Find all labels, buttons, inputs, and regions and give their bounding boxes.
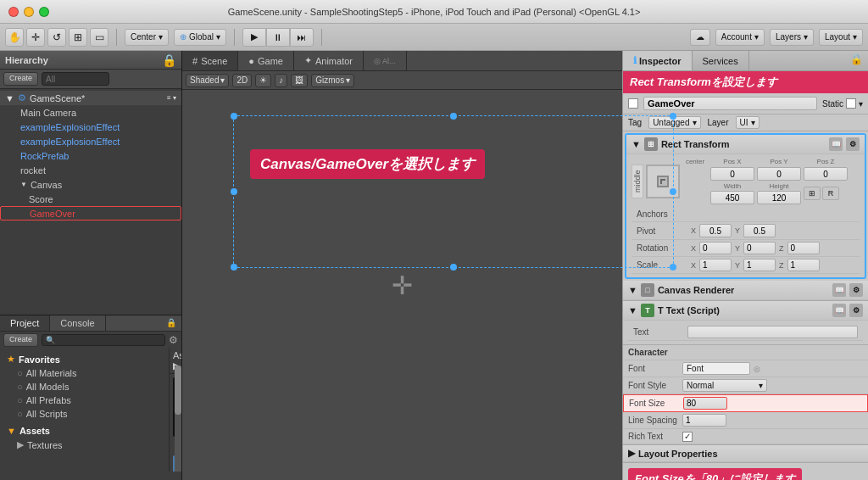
inspector-lock-icon[interactable]: 🔒 (845, 51, 868, 70)
step-button[interactable]: ⏭ (290, 28, 314, 47)
tab-extra[interactable]: ◎ Al... (364, 51, 407, 70)
rect-settings-icon[interactable]: ⚙ (846, 137, 860, 151)
text-settings-icon[interactable]: ⚙ (849, 304, 863, 317)
tab-scene[interactable]: # Scene (182, 51, 238, 70)
gameobject-name-field[interactable] (643, 97, 817, 110)
anchor-selector[interactable] (646, 165, 680, 198)
hierarchy-explosion-1[interactable]: exampleExplosionEffect (0, 120, 181, 134)
layer-dropdown[interactable]: UI ▾ (736, 116, 760, 129)
favorites-folder[interactable]: ★ Favorites (3, 352, 165, 366)
all-models-item[interactable]: ○ All Models (3, 380, 165, 393)
pos-x-field[interactable] (710, 167, 754, 181)
rich-text-checkbox[interactable]: ✓ (682, 432, 693, 442)
hand-tool-button[interactable]: ✋ (5, 28, 24, 47)
rect-transform-header[interactable]: ▼ ⊞ Rect Transform 📖 ⚙ (626, 135, 865, 154)
2d-button[interactable]: 2D (232, 74, 252, 87)
all-prefabs-item[interactable]: ○ All Prefabs (3, 393, 165, 407)
all-scripts-item[interactable]: ○ All Scripts (3, 407, 165, 421)
scale-z-field[interactable] (787, 259, 820, 271)
width-field[interactable] (710, 191, 754, 204)
handle-left[interactable] (231, 188, 237, 195)
all-materials-item[interactable]: ○ All Materials (3, 366, 165, 380)
text-value-field[interactable] (687, 326, 858, 338)
global-dropdown[interactable]: ⊕ Global ▾ (174, 29, 226, 46)
scale-x-field[interactable] (699, 259, 732, 271)
textures-folder[interactable]: ▶ Textures (3, 438, 165, 452)
static-checkbox[interactable] (846, 98, 856, 109)
text-script-header[interactable]: ▼ T T Text (Script) 📖 ⚙ (623, 301, 868, 321)
inspector-scroll[interactable]: Static ▾ Tag Untagged ▾ Layer UI ▾ (623, 93, 868, 480)
play-button[interactable]: ▶ (242, 28, 266, 47)
gameobject-active-checkbox[interactable] (628, 98, 638, 109)
canvas-renderer-header[interactable]: ▼ □ Canvas Renderer 📖 ⚙ (623, 281, 868, 300)
assets-scrollbar[interactable] (175, 366, 181, 472)
hierarchy-gameover[interactable]: GameOver (0, 206, 181, 220)
canvas-settings-icon[interactable]: ⚙ (849, 283, 863, 297)
tab-animator[interactable]: ✦ Animator (294, 51, 364, 70)
font-circle-icon[interactable]: ◎ (754, 365, 760, 373)
gizmos-dropdown[interactable]: Gizmos ▾ (311, 74, 354, 87)
static-arrow[interactable]: ▾ (859, 99, 863, 109)
canvas-book-icon[interactable]: 📖 (832, 283, 846, 297)
window-controls[interactable] (8, 7, 49, 17)
pivot-y-field[interactable] (743, 224, 776, 237)
tab-console[interactable]: Console (50, 315, 105, 331)
constrain-button[interactable]: ⊞ (804, 187, 821, 200)
hierarchy-explosion-2[interactable]: exampleExplosionEffect (0, 134, 181, 148)
text-book-icon[interactable]: 📖 (832, 304, 846, 317)
maximize-button[interactable] (39, 7, 49, 17)
tab-services[interactable]: Services (693, 51, 749, 70)
hierarchy-search-input[interactable] (42, 72, 109, 86)
tab-inspector[interactable]: ℹ Inspector (623, 51, 693, 70)
assets-folder[interactable]: ▼ Assets (3, 424, 165, 438)
pivot-x-field[interactable] (699, 224, 732, 237)
layers-dropdown[interactable]: Layers ▾ (770, 29, 814, 46)
center-dropdown[interactable]: Center ▾ (125, 29, 169, 46)
font-style-dropdown[interactable]: Normal ▾ (682, 379, 767, 392)
layout-properties-header[interactable]: ▶ Layout Properties (623, 445, 868, 462)
tag-dropdown[interactable]: Untagged ▾ (648, 116, 700, 129)
handle-top[interactable] (450, 113, 457, 120)
height-field[interactable] (757, 191, 801, 204)
handle-bottom[interactable] (450, 264, 457, 271)
pos-z-field[interactable] (804, 167, 848, 181)
hierarchy-main-camera[interactable]: Main Camera (0, 105, 181, 120)
reset-button[interactable]: R (822, 187, 839, 200)
rect-tool-button[interactable]: ▭ (90, 28, 108, 47)
rect-book-icon[interactable]: 📖 (829, 137, 843, 151)
layout-dropdown[interactable]: Layout ▾ (819, 29, 863, 46)
handle-bl[interactable] (231, 264, 237, 271)
pause-button[interactable]: ⏸ (266, 28, 290, 47)
scale-tool-button[interactable]: ⊞ (69, 28, 87, 47)
rot-z-field[interactable] (787, 242, 820, 254)
project-lock-icon[interactable]: 🔒 (161, 315, 181, 331)
scene-view[interactable]: ✛ Canvas/GameOverを選択します (182, 90, 622, 480)
hierarchy-canvas[interactable]: ▼ Canvas (0, 177, 181, 192)
image-effect-button[interactable]: 🖼 (291, 74, 308, 87)
hierarchy-rocket[interactable]: rocket (0, 163, 181, 177)
shaded-dropdown[interactable]: Shaded ▾ (186, 74, 229, 87)
handle-tl[interactable] (231, 113, 237, 120)
rot-y-field[interactable] (743, 242, 776, 254)
move-tool-button[interactable]: ✛ (26, 28, 45, 47)
audio-button[interactable]: ♪ (275, 74, 287, 87)
project-create-button[interactable]: Create (3, 333, 38, 347)
hierarchy-lock-icon[interactable]: 🔒 (162, 53, 176, 67)
account-dropdown[interactable]: Account ▾ (715, 29, 765, 46)
hierarchy-rock-prefab[interactable]: RockPrefab (0, 148, 181, 163)
pos-y-field[interactable] (757, 167, 801, 181)
close-button[interactable] (8, 7, 19, 17)
cloud-button[interactable]: ☁ (690, 29, 710, 46)
font-size-field[interactable] (683, 397, 727, 410)
scene-item[interactable]: ▼ ⚙ GameScene* ≡ ▾ (0, 91, 181, 105)
tab-project[interactable]: Project (0, 315, 50, 331)
font-field[interactable]: Font (682, 362, 750, 375)
scale-y-field[interactable] (743, 259, 776, 271)
hierarchy-score[interactable]: Score (0, 192, 181, 206)
light-button[interactable]: ☀ (255, 74, 271, 87)
rot-x-field[interactable] (699, 242, 732, 254)
minimize-button[interactable] (24, 7, 34, 17)
tab-game[interactable]: ● Game (238, 51, 294, 70)
hierarchy-create-button[interactable]: Create (3, 72, 38, 86)
assets-scroll-thumb[interactable] (175, 366, 181, 415)
